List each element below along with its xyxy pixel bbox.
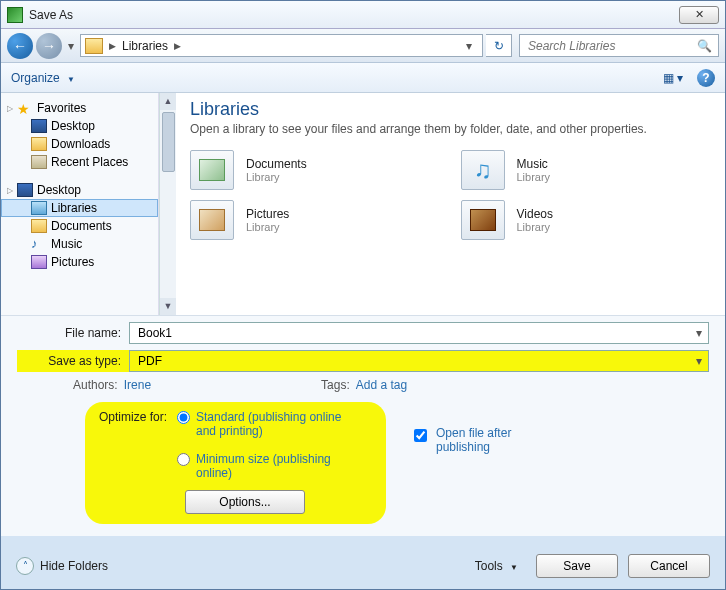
- libraries-icon: [31, 201, 47, 215]
- page-subtitle: Open a library to see your files and arr…: [190, 122, 711, 136]
- sidebar-desktop-header[interactable]: ▷ Desktop: [1, 181, 158, 199]
- videos-lib-icon: [461, 200, 505, 240]
- view-options-button[interactable]: ▦ ▾: [663, 71, 683, 85]
- optimize-standard-input[interactable]: [177, 411, 190, 424]
- tags-label: Tags:: [321, 378, 350, 392]
- breadcrumb-libraries[interactable]: Libraries: [122, 39, 168, 53]
- library-documents[interactable]: DocumentsLibrary: [190, 150, 441, 190]
- library-videos[interactable]: VideosLibrary: [461, 200, 712, 240]
- chevron-up-icon: ˄: [16, 557, 34, 575]
- music-lib-icon: ♫: [461, 150, 505, 190]
- authors-value[interactable]: Irene: [124, 378, 151, 392]
- library-music[interactable]: ♫ MusicLibrary: [461, 150, 712, 190]
- authors-label: Authors:: [73, 378, 118, 392]
- desktop-icon: [31, 119, 47, 133]
- tools-menu[interactable]: Tools ▼: [475, 559, 518, 573]
- star-icon: ★: [17, 101, 33, 115]
- search-box[interactable]: 🔍: [519, 34, 719, 57]
- explorer-body: ▷ ★ Favorites Desktop Downloads Recent P…: [1, 93, 725, 315]
- tags-value[interactable]: Add a tag: [356, 378, 407, 392]
- location-dropdown[interactable]: ▾: [460, 39, 478, 53]
- sidebar-item-libraries[interactable]: Libraries: [1, 199, 158, 217]
- open-after-checkbox[interactable]: Open file after publishing: [410, 426, 556, 454]
- nav-history-dropdown[interactable]: ▾: [65, 39, 77, 53]
- scroll-up-arrow[interactable]: ▲: [160, 93, 176, 110]
- documents-icon: [31, 219, 47, 233]
- button-bar: ˄ Hide Folders Tools ▼ Save Cancel: [0, 544, 726, 578]
- filename-combo[interactable]: ▾: [129, 322, 709, 344]
- saveastype-value[interactable]: [136, 353, 696, 369]
- saveastype-row: Save as type: ▾: [17, 350, 709, 372]
- help-button[interactable]: ?: [697, 69, 715, 87]
- options-button[interactable]: Options...: [185, 490, 305, 514]
- search-icon: 🔍: [697, 39, 712, 53]
- location-bar[interactable]: ▶ Libraries ▶ ▾: [80, 34, 483, 57]
- scroll-down-arrow[interactable]: ▼: [160, 298, 176, 315]
- scroll-thumb[interactable]: [162, 112, 175, 172]
- library-pictures[interactable]: PicturesLibrary: [190, 200, 441, 240]
- window-title: Save As: [29, 8, 679, 22]
- folder-icon: [85, 38, 103, 54]
- optimize-minimum-radio[interactable]: Minimum size (publishing online): [177, 452, 346, 480]
- nav-bar: ← → ▾ ▶ Libraries ▶ ▾ ↻ 🔍: [1, 29, 725, 63]
- chevron-down-icon: ▼: [67, 75, 75, 84]
- organize-menu[interactable]: Organize ▼: [11, 71, 75, 85]
- open-after-input[interactable]: [414, 429, 427, 442]
- page-title: Libraries: [190, 99, 711, 120]
- saveastype-combo[interactable]: ▾: [129, 350, 709, 372]
- search-input[interactable]: [526, 38, 697, 54]
- filename-label: File name:: [17, 326, 129, 340]
- chevron-down-icon: ▼: [510, 563, 518, 572]
- breadcrumb-arrow[interactable]: ▶: [174, 41, 181, 51]
- saveastype-dropdown[interactable]: ▾: [696, 354, 702, 368]
- optimize-highlight-block: Optimize for: Standard (publishing onlin…: [85, 402, 386, 524]
- sidebar-item-music[interactable]: ♪Music: [1, 235, 158, 253]
- optimize-minimum-input[interactable]: [177, 453, 190, 466]
- optimize-label: Optimize for:: [99, 410, 167, 424]
- titlebar: Save As ✕: [1, 1, 725, 29]
- main-panel: Libraries Open a library to see your fil…: [176, 93, 725, 315]
- music-icon: ♪: [31, 237, 47, 251]
- save-button[interactable]: Save: [536, 554, 618, 578]
- sidebar-scrollbar[interactable]: ▲ ▼: [159, 93, 176, 315]
- saveastype-label: Save as type:: [17, 354, 129, 368]
- pictures-icon: [31, 255, 47, 269]
- sidebar: ▷ ★ Favorites Desktop Downloads Recent P…: [1, 93, 159, 315]
- desktop-icon: [17, 183, 33, 197]
- sidebar-item-downloads[interactable]: Downloads: [1, 135, 158, 153]
- save-form: File name: ▾ Save as type: ▾ Authors: Ir…: [1, 315, 725, 536]
- downloads-icon: [31, 137, 47, 151]
- forward-button[interactable]: →: [36, 33, 62, 59]
- sidebar-item-pictures[interactable]: Pictures: [1, 253, 158, 271]
- desktop-label: Desktop: [37, 183, 81, 197]
- refresh-button[interactable]: ↻: [486, 34, 512, 57]
- recent-icon: [31, 155, 47, 169]
- hide-folders-button[interactable]: ˄ Hide Folders: [16, 557, 108, 575]
- toolbar: Organize ▼ ▦ ▾ ?: [1, 63, 725, 93]
- sidebar-favorites-header[interactable]: ▷ ★ Favorites: [1, 99, 158, 117]
- app-icon: [7, 7, 23, 23]
- pictures-lib-icon: [190, 200, 234, 240]
- documents-lib-icon: [190, 150, 234, 190]
- optimize-standard-radio[interactable]: Standard (publishing online and printing…: [177, 410, 346, 438]
- filename-dropdown[interactable]: ▾: [696, 326, 702, 340]
- filename-row: File name: ▾: [17, 322, 709, 344]
- breadcrumb-arrow[interactable]: ▶: [109, 41, 116, 51]
- sidebar-item-documents[interactable]: Documents: [1, 217, 158, 235]
- back-button[interactable]: ←: [7, 33, 33, 59]
- sidebar-item-desktop[interactable]: Desktop: [1, 117, 158, 135]
- close-button[interactable]: ✕: [679, 6, 719, 24]
- favorites-label: Favorites: [37, 101, 86, 115]
- sidebar-item-recent[interactable]: Recent Places: [1, 153, 158, 171]
- cancel-button[interactable]: Cancel: [628, 554, 710, 578]
- filename-input[interactable]: [136, 325, 696, 341]
- organize-label: Organize: [11, 71, 60, 85]
